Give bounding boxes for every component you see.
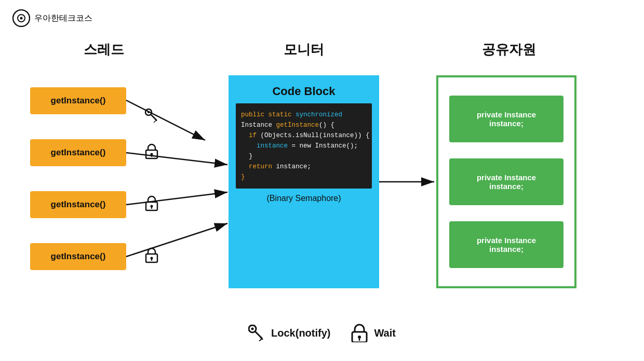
- code-line-5: }: [241, 151, 367, 162]
- svg-point-12: [151, 153, 153, 156]
- logo-icon: [12, 9, 30, 27]
- logo: 우아한테크코스: [12, 9, 92, 27]
- svg-point-16: [151, 205, 153, 208]
- svg-point-20: [151, 257, 153, 260]
- header-thread: 스레드: [52, 41, 156, 59]
- thread-box-3: getInstance(): [30, 191, 126, 218]
- svg-point-2: [20, 17, 23, 20]
- svg-line-27: [259, 339, 262, 341]
- code-line-7: }: [241, 172, 367, 182]
- svg-line-18: [126, 223, 227, 257]
- code-line-6: return instance;: [241, 162, 367, 172]
- shared-item-3: private Instanceinstance;: [449, 221, 564, 268]
- svg-point-5: [145, 109, 152, 115]
- svg-line-4: [126, 100, 205, 140]
- legend-lock: Lock(notify): [248, 325, 330, 341]
- svg-point-24: [251, 328, 254, 330]
- shared-panel: private Instanceinstance; private Instan…: [436, 75, 576, 288]
- svg-rect-15: [146, 202, 157, 210]
- monitor-subtitle: (Binary Semaphore): [266, 194, 341, 203]
- svg-line-9: [154, 121, 156, 123]
- svg-point-29: [358, 336, 361, 339]
- svg-rect-11: [146, 150, 157, 158]
- lock-icon-2: [146, 144, 157, 158]
- svg-line-10: [126, 153, 227, 165]
- lock-icon-4: [146, 248, 157, 262]
- thread-box-4: getInstance(): [30, 243, 126, 270]
- svg-line-8: [155, 119, 157, 121]
- code-block: public static synchronized Instance getI…: [236, 103, 372, 189]
- code-line-1: public static synchronized: [241, 110, 367, 120]
- legend-wait: Wait: [351, 324, 395, 342]
- legend-lock-label: Lock(notify): [271, 327, 330, 339]
- svg-line-14: [126, 192, 227, 205]
- svg-line-7: [151, 115, 157, 121]
- legend: Lock(notify) Wait: [248, 324, 396, 342]
- logo-text: 우아한테크코스: [34, 13, 92, 24]
- shared-item-1: private Instanceinstance;: [449, 96, 564, 142]
- svg-rect-19: [146, 254, 157, 262]
- code-line-4: instance = new Instance();: [241, 141, 367, 151]
- monitor-panel: Code Block public static synchronized In…: [229, 75, 379, 288]
- thread-box-1: getInstance(): [30, 87, 126, 114]
- header-shared: 공유자원: [447, 41, 571, 59]
- svg-point-6: [147, 111, 150, 113]
- thread-box-2: getInstance(): [30, 139, 126, 166]
- code-line-3: if (Objects.isNull(instance)) {: [241, 130, 367, 141]
- legend-wait-label: Wait: [374, 327, 395, 339]
- lock-icon-3: [146, 196, 157, 210]
- shared-item-2: private Instanceinstance;: [449, 158, 564, 205]
- legend-key-icon: [248, 325, 265, 341]
- monitor-title: Code Block: [272, 85, 335, 98]
- legend-lock-icon: [351, 324, 368, 342]
- code-line-2: Instance getInstance() {: [241, 120, 367, 130]
- header-monitor: 모니터: [229, 41, 379, 59]
- key-icon-1: [145, 109, 157, 123]
